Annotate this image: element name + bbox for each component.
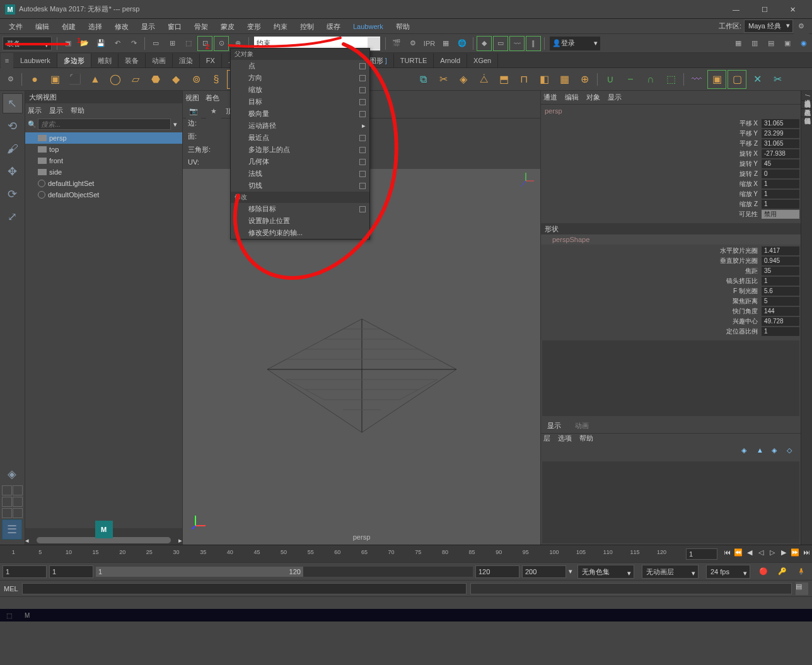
- attr-value[interactable]: 31.065: [762, 139, 799, 148]
- dropdown-options-checkbox[interactable]: [359, 87, 366, 93]
- close-button[interactable]: ✕: [779, 1, 807, 18]
- attr-row[interactable]: 镜头挤压比1: [541, 276, 801, 286]
- poly-platonic-icon[interactable]: ◆: [166, 70, 185, 89]
- outliner-item-front[interactable]: front: [25, 155, 182, 166]
- attr-row[interactable]: 旋转 Y45: [541, 159, 801, 169]
- vp-cam-icon[interactable]: 📷: [186, 104, 201, 119]
- script-editor-icon[interactable]: ▤: [796, 582, 808, 595]
- poly-separate-icon[interactable]: ✂: [434, 70, 453, 89]
- ipr-icon[interactable]: IPR: [422, 36, 437, 51]
- step-back-key-icon[interactable]: ⏪: [733, 548, 744, 560]
- outliner-item-side[interactable]: side: [25, 166, 182, 178]
- poly-pipe-icon[interactable]: ⊚: [187, 70, 206, 89]
- dropdown-options-checkbox[interactable]: [359, 159, 366, 165]
- prefs-icon[interactable]: 🧍: [794, 564, 809, 579]
- render-globe-icon[interactable]: 🌐: [455, 36, 470, 51]
- bool-tool-icon[interactable]: ⬚: [661, 70, 680, 89]
- outliner-menu-help[interactable]: 帮助: [71, 106, 84, 115]
- redo-icon[interactable]: ↷: [126, 36, 141, 51]
- attr-value[interactable]: 禁用: [762, 210, 799, 219]
- move-tool-icon[interactable]: ✥: [3, 161, 23, 182]
- select-hierarchy-icon[interactable]: ⊞: [165, 36, 180, 51]
- dropdown-item[interactable]: 设置静止位置: [231, 215, 369, 227]
- outliner-item-objectset[interactable]: defaultObjectSet: [25, 189, 182, 200]
- attr-row[interactable]: 焦距35: [541, 266, 801, 276]
- dropdown-item[interactable]: 极向量: [231, 108, 369, 120]
- poly-helix-icon[interactable]: §: [207, 70, 226, 89]
- poly-append-icon[interactable]: ⊕: [575, 70, 594, 89]
- layout-single-icon[interactable]: [2, 485, 12, 495]
- menu-modify[interactable]: 修改: [108, 20, 135, 33]
- cmd-input[interactable]: [22, 583, 467, 594]
- outliner-search-input[interactable]: [38, 119, 171, 130]
- ch-tab-channel[interactable]: 通道: [543, 93, 557, 102]
- poly-torus-icon[interactable]: ◯: [106, 70, 125, 89]
- layout-four-icon[interactable]: [13, 485, 23, 495]
- select-component-icon[interactable]: ⬚: [181, 36, 196, 51]
- attr-value[interactable]: 23.299: [762, 129, 799, 138]
- layout-icon-5[interactable]: ◉: [796, 36, 811, 51]
- snap-curve-icon[interactable]: ⊙: [214, 36, 229, 51]
- shelf-tab-sculpt[interactable]: 雕刻: [91, 54, 119, 67]
- attr-row[interactable]: 水平胶片光圈1.417: [541, 246, 801, 256]
- paint-select-icon[interactable]: 🖌: [3, 139, 23, 159]
- channelbox-node-name[interactable]: persp: [541, 105, 801, 117]
- menu-display[interactable]: 显示: [135, 20, 161, 33]
- ch-tab-edit[interactable]: 编辑: [565, 93, 579, 102]
- step-back-icon[interactable]: ◀: [744, 548, 755, 560]
- attr-row[interactable]: 缩放 Y1: [541, 189, 801, 199]
- time-slider[interactable]: 1510152025303540455055606570758085909510…: [0, 545, 812, 562]
- vp-bookmark-icon[interactable]: ★: [206, 104, 221, 119]
- anim-graph-icon[interactable]: 〰: [509, 36, 525, 51]
- rotate-tool-icon[interactable]: ⟳: [3, 184, 23, 204]
- attr-value[interactable]: 5.6: [762, 287, 799, 296]
- attr-row[interactable]: 垂直胶片光圈0.945: [541, 256, 801, 266]
- dropdown-options-checkbox[interactable]: [359, 99, 366, 105]
- attr-value[interactable]: 31.065: [762, 119, 799, 128]
- range-arrow-icon[interactable]: ▾: [569, 567, 572, 575]
- step-fwd-key-icon[interactable]: ⏩: [789, 548, 801, 560]
- dropdown-item[interactable]: 几何体: [231, 156, 369, 168]
- dropdown-options-checkbox[interactable]: [359, 171, 366, 177]
- attr-value[interactable]: 1: [762, 190, 799, 199]
- dropdown-item[interactable]: 切线: [231, 180, 369, 192]
- shape-name[interactable]: perspShape: [541, 234, 801, 245]
- menu-help[interactable]: 帮助: [390, 20, 416, 33]
- shelf-tab-poly[interactable]: 多边形: [57, 54, 91, 67]
- shelf-tab-turtle[interactable]: TURTLE: [394, 54, 434, 67]
- viewport-menu-view[interactable]: 视图: [185, 93, 199, 103]
- time-ruler[interactable]: 1510152025303540455055606570758085909510…: [5, 545, 677, 563]
- viewport-menu-shade[interactable]: 着色: [206, 93, 219, 103]
- bool-diff-icon[interactable]: −: [621, 70, 640, 89]
- step-fwd-icon[interactable]: ▶: [778, 548, 789, 560]
- attr-row[interactable]: 平移 Y23.299: [541, 129, 801, 139]
- shelf-tab-render[interactable]: 渲染: [173, 54, 200, 67]
- attr-row[interactable]: 聚焦距离5: [541, 296, 801, 306]
- menu-laubwerk[interactable]: Laubwerk: [347, 20, 390, 33]
- multi-cut-icon[interactable]: ✂: [768, 70, 787, 89]
- goto-end-icon[interactable]: ⏭: [801, 548, 812, 560]
- menu-constrain[interactable]: 约束: [267, 20, 294, 33]
- attr-value[interactable]: 45: [762, 159, 799, 168]
- shelf-tab-anim[interactable]: 动画: [146, 54, 173, 67]
- attr-row[interactable]: 可见性禁用: [541, 209, 801, 219]
- attr-value[interactable]: 0: [762, 170, 799, 178]
- range-start-outer[interactable]: [3, 565, 47, 578]
- attr-row[interactable]: F 制光圈5.6: [541, 286, 801, 296]
- poly-combine-icon[interactable]: ⧉: [414, 70, 432, 89]
- cut-tool-icon[interactable]: ✕: [748, 70, 767, 89]
- anim-layer-combo[interactable]: 无动画层: [642, 565, 699, 579]
- dropdown-item[interactable]: 多边形上的点: [231, 144, 369, 156]
- poly-cylinder-icon[interactable]: ⬛: [66, 70, 84, 89]
- ch-tab-object[interactable]: 对象: [586, 93, 600, 102]
- bool-inter-icon[interactable]: ∩: [641, 70, 660, 89]
- attr-row[interactable]: 快门角度144: [541, 306, 801, 316]
- autokey-icon[interactable]: 🔴: [756, 564, 771, 579]
- chevron-down-icon[interactable]: ▾: [171, 120, 180, 129]
- new-icon[interactable]: ▣: [61, 36, 76, 51]
- menu-file[interactable]: 文件: [3, 20, 29, 33]
- layer-up-icon[interactable]: ▲: [757, 446, 767, 455]
- dropdown-item[interactable]: 缩放: [231, 84, 369, 96]
- outliner-item-persp[interactable]: persp: [25, 132, 182, 144]
- dropdown-options-checkbox[interactable]: [359, 135, 366, 141]
